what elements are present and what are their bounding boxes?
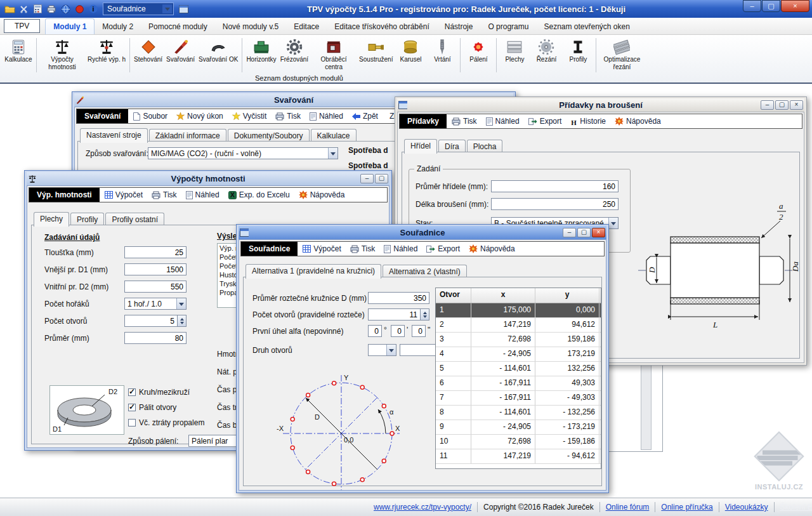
- toolbar-item-n-hled[interactable]: Náhled: [482, 116, 523, 127]
- menu-item-editace[interactable]: Editace: [286, 19, 327, 34]
- tab-d-ra[interactable]: Díra: [438, 140, 466, 153]
- module-sva-ov-n-ok[interactable]: Svařování OK: [197, 37, 240, 65]
- toolbar-item-tisk[interactable]: Tisk: [148, 189, 181, 201]
- module-rychl-v-p-h[interactable]: Rychlé výp. h: [86, 37, 128, 65]
- header-otvor[interactable]: Otvor: [436, 288, 471, 303]
- module-sva-ov-n[interactable]: Svařování: [164, 37, 197, 65]
- module-p-len[interactable]: Pálení: [462, 37, 494, 65]
- checkbox-burn-loss[interactable]: Vč. ztráty propalem: [128, 418, 204, 427]
- tab-profily[interactable]: Profily: [70, 213, 104, 226]
- header-y[interactable]: y: [535, 288, 599, 303]
- maximize-button[interactable]: ▢: [775, 100, 789, 110]
- checkbox-circle[interactable]: Kruh/mezikruží: [128, 388, 190, 397]
- grind-length-input[interactable]: [491, 198, 619, 210]
- table-row-10[interactable]: 1072,698- 159,186: [436, 435, 601, 449]
- module-select[interactable]: Souřadnice: [103, 3, 174, 15]
- toolbar-item-n-hled[interactable]: Náhled: [306, 110, 347, 122]
- checkbox-icon[interactable]: [128, 404, 136, 411]
- toolbar-item-n-hled[interactable]: Náhled: [380, 243, 421, 255]
- souradnice-titlebar[interactable]: Souřadnice – ▢ ×: [239, 226, 606, 239]
- module-kalkulace[interactable]: Kalkulace: [3, 37, 34, 65]
- menu-item-moduly-1[interactable]: Moduly 1: [45, 18, 95, 34]
- outer-d1-input[interactable]: [124, 263, 187, 275]
- toolbar-item-zp-t[interactable]: Zpět: [348, 110, 382, 122]
- table-row-5[interactable]: 5- 114,601132,256: [436, 362, 601, 376]
- tab-plocha[interactable]: Plocha: [467, 140, 503, 153]
- shaft-diameter-input[interactable]: [491, 180, 619, 192]
- maximize-button[interactable]: ▢: [762, 0, 780, 12]
- table-row-3[interactable]: 372,698159,186: [436, 333, 601, 347]
- module-horizontky[interactable]: Horizontky: [244, 37, 278, 65]
- tab-z-kladn-informace[interactable]: Základní informace: [149, 129, 226, 142]
- status-videouk-zky[interactable]: Videoukázky: [719, 503, 774, 512]
- torch-count-combo[interactable]: 1 hoř./ 1.0: [124, 298, 187, 310]
- cut-icon[interactable]: [17, 3, 30, 15]
- status-www-rjurecek-cz-tpv-vypocty[interactable]: www.rjurecek.cz/tpv-vypocty/: [368, 503, 477, 512]
- tab-h-del[interactable]: Hřídel: [404, 139, 437, 154]
- table-row-11[interactable]: 11147,219- 94,612: [436, 449, 601, 464]
- minimize-button[interactable]: –: [360, 174, 374, 183]
- menu-item-n-stroje[interactable]: Nástroje: [437, 19, 481, 34]
- hole-count-input[interactable]: [124, 315, 178, 327]
- toolbar-item-nov-kon[interactable]: Nový úkon: [173, 110, 227, 122]
- maximize-button[interactable]: ▢: [577, 228, 591, 237]
- toolbar-item-export[interactable]: Export: [525, 116, 566, 127]
- vypocty-titlebar[interactable]: Výpočty hmotnosti – ▢: [27, 172, 390, 185]
- toolbar-item-sou-adnice[interactable]: Souřadnice: [241, 242, 298, 256]
- module-fr-zov-n[interactable]: Frézování: [278, 37, 310, 65]
- module-stehov-n[interactable]: Stehování: [132, 37, 164, 65]
- menu-item-moduly-2[interactable]: Moduly 2: [95, 19, 141, 34]
- print-icon[interactable]: [45, 3, 58, 15]
- calc-icon[interactable]: [31, 3, 44, 15]
- module-obr-b-c-centra[interactable]: Obráběcí centra: [310, 37, 357, 72]
- close-button[interactable]: ×: [781, 0, 809, 12]
- menu-item-pomocn-moduly[interactable]: Pomocné moduly: [141, 19, 215, 34]
- tab-profily-ostatn[interactable]: Profily ostatní: [105, 213, 164, 226]
- toolbar-item-n-hled[interactable]: Náhled: [182, 189, 223, 201]
- info-icon[interactable]: i: [87, 3, 100, 15]
- tab-alternativa-2-vlastn[interactable]: Alternativa 2 (vlastní): [383, 265, 467, 278]
- weld-method-combo[interactable]: MIG/MAG (CO2) - (ruční - volně): [148, 147, 338, 159]
- folder-icon[interactable]: [3, 3, 16, 15]
- inner-d2-input[interactable]: [124, 281, 187, 293]
- table-row-7[interactable]: 7- 167,911- 49,303: [436, 391, 601, 406]
- close-button[interactable]: ×: [790, 100, 803, 110]
- toolbar-item-soubor[interactable]: Soubor: [129, 110, 171, 122]
- module-profily[interactable]: Profily: [562, 37, 594, 65]
- angle-min-input[interactable]: [391, 325, 405, 337]
- diameter-input[interactable]: [124, 332, 187, 344]
- menu-item-o-programu[interactable]: O programu: [480, 19, 536, 34]
- hole-count-input[interactable]: [368, 308, 421, 321]
- tab-kalkulace[interactable]: Kalkulace: [311, 129, 357, 142]
- tab-alternativa-1-pravideln-na-kru-nici[interactable]: Alternativa 1 (pravidelné na kružnici): [246, 264, 381, 279]
- toolbar-item-tisk[interactable]: Tisk: [448, 116, 481, 127]
- table-row-2[interactable]: 2147,21994,612: [436, 318, 601, 333]
- checkbox-burn-holes[interactable]: Pálit otvory: [128, 403, 176, 412]
- module-ez-n[interactable]: Řezání: [530, 37, 562, 65]
- coordinates-table[interactable]: Otvor x y 1175,0000,0002147,21994,612372…: [435, 288, 601, 469]
- module-soustru-en[interactable]: Soustružení: [357, 37, 395, 65]
- status-online-f-rum[interactable]: Online fórum: [600, 503, 655, 512]
- module-v-po-ty-hmotnosti[interactable]: Výpočty hmotnosti: [39, 37, 86, 72]
- window-icon[interactable]: [177, 3, 190, 15]
- toolbar-item-vy-istit[interactable]: Vyčistit: [228, 110, 271, 122]
- hole-count-spinner[interactable]: [124, 315, 187, 327]
- menu-item-editace-t-skov-ho-obr-b-n[interactable]: Editace třískového obrábění: [327, 19, 436, 34]
- table-row-9[interactable]: 9- 24,905- 173,219: [436, 420, 601, 435]
- globe-icon[interactable]: [59, 3, 72, 15]
- window-souradnice[interactable]: Souřadnice – ▢ × SouřadniceVýpočetTiskNá…: [236, 224, 609, 493]
- status-kolen-excel[interactable]: Školení Excel: [775, 503, 812, 512]
- menu-item-nov-moduly-v-5[interactable]: Nové moduly v.5: [215, 19, 286, 34]
- spinner-buttons[interactable]: [178, 315, 187, 327]
- menu-item-seznam-otev-en-ch-oken[interactable]: Seznam otevřených oken: [536, 19, 637, 34]
- table-row-4[interactable]: 4- 24,905173,219: [436, 347, 601, 362]
- toolbar-item-p-davky[interactable]: Přídavky: [400, 114, 447, 128]
- toolbar-item-v-po-et[interactable]: Výpočet: [101, 189, 147, 201]
- toolbar-item-sva-ov-n[interactable]: Svařování: [77, 109, 128, 123]
- checkbox-icon[interactable]: [128, 388, 136, 396]
- table-row-1[interactable]: 1175,0000,000: [436, 303, 601, 318]
- table-row-6[interactable]: 6- 167,91149,303: [436, 376, 601, 391]
- module-vrt-n[interactable]: Vrtání: [426, 37, 458, 65]
- tab-dokumenty-soubory[interactable]: Dokumenty/Soubory: [228, 129, 310, 142]
- module-optimalizace-ez-n[interactable]: Optimalizace řezání: [598, 37, 645, 72]
